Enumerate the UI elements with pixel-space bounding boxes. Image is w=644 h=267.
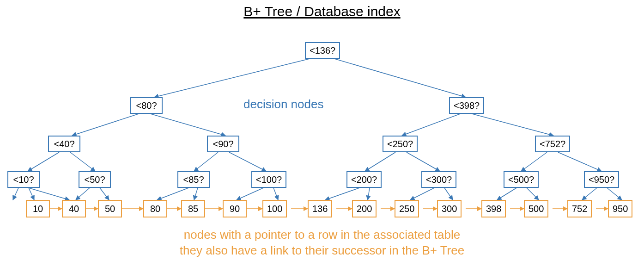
leaf-node: 398: [481, 200, 506, 217]
edges-layer: [0, 0, 644, 267]
leaf-node: 10: [26, 200, 50, 217]
tree-edge: [151, 114, 225, 136]
decision-node-l3b: <50?: [79, 171, 111, 188]
tree-edge: [402, 114, 460, 136]
tree-edge: [13, 188, 18, 200]
leaf-node: 90: [223, 200, 247, 217]
leaf-node: 40: [62, 200, 86, 217]
tree-edge: [237, 188, 263, 200]
tree-edge: [368, 188, 370, 200]
leaf-node: 85: [181, 200, 205, 217]
tree-edge: [76, 188, 90, 200]
tree-edge: [229, 152, 266, 171]
tree-edge: [194, 152, 218, 171]
decision-node-l3d: <100?: [251, 171, 286, 188]
tree-edge: [497, 188, 516, 200]
leaf-node: 500: [524, 200, 548, 217]
tree-edge: [28, 152, 59, 171]
leaf-nodes-label-line1: nodes with a pointer to a row in the ass…: [0, 228, 644, 242]
leaf-node: 752: [567, 200, 592, 217]
leaf-node: 250: [395, 200, 419, 217]
tree-edge: [365, 152, 395, 171]
leaf-node: 80: [143, 200, 167, 217]
tree-edge: [273, 188, 278, 200]
decision-node-l3e: <200?: [346, 171, 382, 188]
tree-edge: [582, 188, 597, 200]
tree-edge: [521, 152, 547, 171]
tree-edge: [100, 188, 109, 200]
decision-node-l3h: <950?: [584, 171, 619, 188]
tree-edge: [410, 188, 434, 200]
tree-edge: [444, 188, 453, 200]
decision-node-root: <136?: [305, 42, 340, 59]
decision-node-l1b: <398?: [449, 97, 484, 114]
leaf-nodes-label-line2: they also have a link to their successor…: [0, 243, 644, 258]
tree-edge: [194, 188, 198, 200]
decision-nodes-label: decision nodes: [243, 97, 323, 112]
tree-edge: [472, 114, 553, 136]
tree-edge: [325, 188, 359, 200]
leaf-node: 50: [98, 200, 122, 217]
tree-edge: [72, 114, 139, 136]
tree-edge: [334, 59, 466, 97]
tree-edge: [70, 152, 95, 171]
tree-edge: [527, 188, 539, 200]
tree-edge: [407, 152, 440, 171]
decision-node-l3c: <85?: [177, 171, 210, 188]
decision-node-l3a: <10?: [7, 171, 40, 188]
decision-node-l2d: <752?: [535, 136, 570, 152]
tree-edge: [154, 59, 310, 97]
decision-node-l2c: <250?: [383, 136, 418, 152]
diagram-title: B+ Tree / Database index: [243, 4, 400, 19]
tree-edge: [558, 152, 601, 171]
leaf-node: 950: [608, 200, 632, 217]
decision-node-l1a: <80?: [130, 97, 163, 114]
decision-node-l2b: <90?: [207, 136, 239, 152]
decision-node-l3g: <500?: [504, 171, 539, 188]
tree-edge: [29, 188, 69, 200]
leaf-node: 100: [262, 200, 287, 217]
decision-node-l3f: <300?: [421, 171, 456, 188]
leaf-node: 300: [437, 200, 462, 217]
tree-edge: [157, 188, 188, 200]
tree-edge: [29, 188, 34, 200]
leaf-node: 200: [352, 200, 377, 217]
leaf-node: 136: [308, 200, 332, 217]
tree-edge: [607, 188, 622, 200]
decision-node-l2a: <40?: [48, 136, 80, 152]
